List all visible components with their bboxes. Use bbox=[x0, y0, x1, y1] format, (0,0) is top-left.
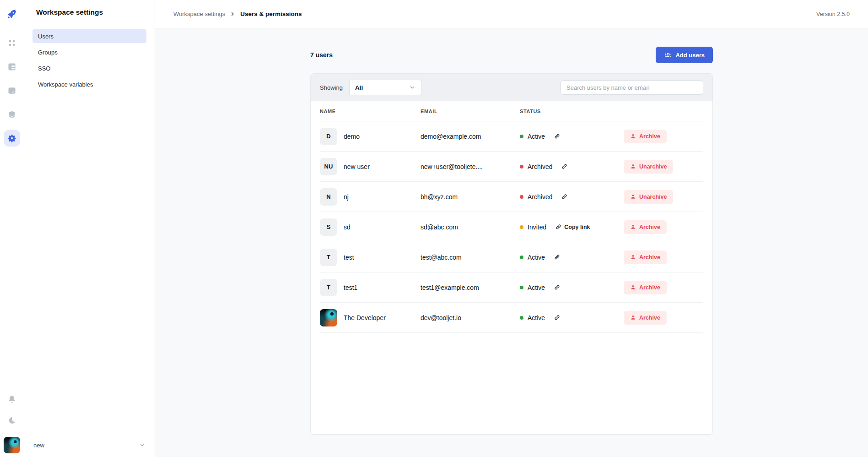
archive-user-icon bbox=[630, 284, 636, 290]
archive-button[interactable]: Archive bbox=[624, 281, 667, 294]
table-header-row: NAME EMAIL STATUS bbox=[320, 101, 703, 121]
user-email: demo@example.com bbox=[421, 133, 520, 140]
sidebar-item-users[interactable]: Users bbox=[32, 29, 146, 43]
column-header-status: STATUS bbox=[520, 109, 624, 114]
copy-link-button[interactable] bbox=[554, 133, 563, 139]
apps-icon[interactable] bbox=[4, 35, 20, 51]
tooljet-rocket-logo-icon[interactable] bbox=[5, 7, 19, 21]
main-area: Workspace settings Users & permissions V… bbox=[155, 0, 868, 457]
status-dot bbox=[520, 165, 523, 169]
avatar: S bbox=[320, 218, 337, 236]
user-name: nj bbox=[344, 193, 349, 201]
status-dot bbox=[520, 316, 523, 320]
archive-button[interactable]: Archive bbox=[624, 220, 667, 234]
showing-filter-select[interactable]: All bbox=[349, 80, 421, 95]
workspace-switcher[interactable]: new bbox=[24, 433, 155, 457]
copy-link-button[interactable] bbox=[554, 315, 563, 321]
column-header-name: NAME bbox=[320, 109, 421, 114]
copy-link-button[interactable]: Copy link bbox=[555, 224, 590, 230]
status-label: Active bbox=[528, 254, 545, 261]
archive-user-icon bbox=[630, 254, 636, 260]
moon-icon[interactable] bbox=[7, 416, 16, 425]
copy-link-button[interactable] bbox=[561, 194, 570, 200]
database-icon[interactable] bbox=[4, 82, 20, 99]
content-area: 7 users Add users bbox=[155, 28, 868, 457]
user-name: test1 bbox=[344, 284, 357, 291]
link-icon bbox=[561, 194, 567, 200]
sidebar-item-workspace-variables[interactable]: Workspace variables bbox=[32, 77, 146, 91]
archive-button-label: Archive bbox=[639, 133, 660, 140]
copy-link-button[interactable] bbox=[561, 163, 570, 169]
status-label: Archived bbox=[528, 193, 552, 201]
filter-bar: Showing All bbox=[311, 74, 712, 101]
rail-nav bbox=[4, 35, 20, 147]
archive-button-label: Unarchive bbox=[639, 194, 667, 200]
user-email: sd@abc.com bbox=[421, 223, 520, 231]
archive-user-icon bbox=[630, 194, 636, 200]
settings-gear-icon[interactable] bbox=[4, 130, 20, 147]
status-label: Archived bbox=[528, 163, 552, 170]
status-label: Active bbox=[528, 314, 545, 321]
avatar: D bbox=[320, 128, 337, 145]
showing-label: Showing bbox=[320, 84, 343, 91]
archive-button[interactable]: Unarchive bbox=[624, 160, 673, 174]
link-icon bbox=[554, 254, 560, 260]
user-email: bh@xyz.com bbox=[421, 193, 520, 201]
table-row: T test1 test1@example.com Active bbox=[320, 272, 703, 303]
archive-button-label: Archive bbox=[639, 254, 660, 261]
avatar bbox=[320, 309, 337, 326]
status-dot bbox=[520, 195, 523, 199]
add-users-button[interactable]: Add users bbox=[656, 47, 713, 63]
link-icon bbox=[554, 133, 560, 139]
archive-user-icon bbox=[630, 163, 636, 169]
chevron-down-icon bbox=[409, 84, 415, 91]
filter-selected-value: All bbox=[355, 84, 363, 91]
archive-button-label: Archive bbox=[639, 224, 660, 230]
archive-button[interactable]: Archive bbox=[624, 130, 667, 143]
status-dot bbox=[520, 135, 523, 138]
copy-link-button[interactable] bbox=[554, 254, 563, 260]
link-icon bbox=[554, 315, 560, 321]
sidebar-title: Workspace settings bbox=[32, 8, 146, 16]
status-label: Active bbox=[528, 284, 545, 291]
status-dot bbox=[520, 225, 523, 229]
users-card: Showing All NAME EMAIL bbox=[310, 73, 713, 435]
breadcrumb-parent[interactable]: Workspace settings bbox=[173, 11, 225, 17]
archive-user-icon bbox=[630, 133, 636, 139]
user-name: test bbox=[344, 254, 354, 261]
archive-button[interactable]: Archive bbox=[624, 311, 667, 325]
table-body: D demo demo@example.com Active bbox=[320, 121, 703, 333]
user-email: new+user@tooljete.... bbox=[421, 163, 520, 170]
status-label: Invited bbox=[528, 223, 546, 231]
user-name: The Developer bbox=[344, 314, 386, 321]
sidebar-menu: UsersGroupsSSOWorkspace variables bbox=[32, 29, 146, 91]
user-email: dev@tooljet.io bbox=[421, 314, 520, 321]
marketplace-icon[interactable] bbox=[4, 106, 20, 123]
app-window: Workspace settings UsersGroupsSSOWorkspa… bbox=[0, 0, 868, 457]
add-users-label: Add users bbox=[675, 52, 705, 59]
table-row: N nj bh@xyz.com Archived bbox=[320, 182, 703, 212]
users-table: NAME EMAIL STATUS D demo demo@example.co… bbox=[311, 101, 712, 333]
user-name: demo bbox=[344, 133, 360, 140]
settings-sidebar: Workspace settings UsersGroupsSSOWorkspa… bbox=[24, 0, 155, 457]
table-row: D demo demo@example.com Active bbox=[320, 121, 703, 152]
archive-button[interactable]: Unarchive bbox=[624, 190, 673, 204]
avatar: T bbox=[320, 249, 337, 266]
topbar: Workspace settings Users & permissions V… bbox=[155, 0, 868, 28]
archive-button[interactable]: Archive bbox=[624, 250, 667, 264]
user-avatar[interactable] bbox=[4, 437, 20, 453]
breadcrumb-current: Users & permissions bbox=[240, 11, 302, 17]
user-email: test@abc.com bbox=[421, 254, 520, 261]
bell-icon[interactable] bbox=[7, 395, 16, 404]
sidebar-item-groups[interactable]: Groups bbox=[32, 45, 146, 59]
archive-button-label: Archive bbox=[639, 284, 660, 291]
user-name: new user bbox=[344, 163, 370, 170]
search-users-input[interactable] bbox=[561, 80, 703, 95]
layout-icon[interactable] bbox=[4, 59, 20, 75]
user-name: sd bbox=[344, 223, 350, 231]
copy-link-button[interactable] bbox=[554, 284, 563, 290]
avatar: NU bbox=[320, 158, 337, 175]
status-dot bbox=[520, 256, 523, 259]
add-users-icon bbox=[664, 51, 672, 59]
sidebar-item-sso[interactable]: SSO bbox=[32, 61, 146, 75]
